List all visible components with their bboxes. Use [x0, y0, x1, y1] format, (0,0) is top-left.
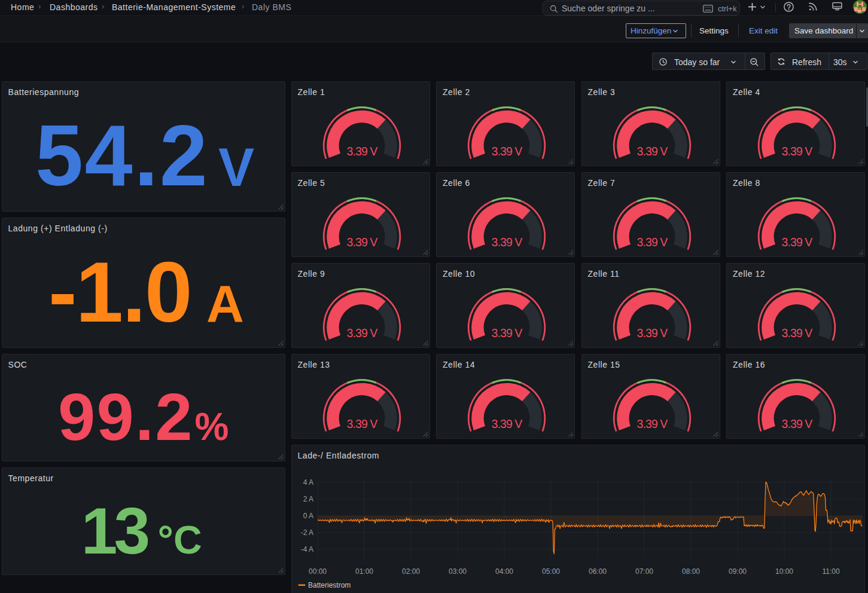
svg-text:Batteriestrom: Batteriestrom — [308, 581, 351, 589]
svg-text:-4 A: -4 A — [300, 545, 313, 553]
svg-text:3.39 V: 3.39 V — [346, 326, 377, 339]
svg-text:3.39 V: 3.39 V — [782, 235, 813, 248]
svg-text:11:00: 11:00 — [822, 567, 839, 575]
svg-text:3.39 V: 3.39 V — [782, 144, 813, 157]
svg-text:3.39 V: 3.39 V — [636, 144, 668, 157]
svg-text:07:00: 07:00 — [635, 567, 653, 575]
svg-text:10:00: 10:00 — [775, 567, 793, 575]
svg-text:3.39 V: 3.39 V — [636, 326, 668, 339]
svg-text:3.39 V: 3.39 V — [346, 144, 377, 157]
svg-text:3.39 V: 3.39 V — [782, 417, 813, 430]
svg-text:3.39 V: 3.39 V — [346, 235, 377, 248]
svg-text:3.39 V: 3.39 V — [782, 326, 813, 339]
svg-text:-2 A: -2 A — [300, 528, 313, 536]
svg-text:2 A: 2 A — [303, 494, 313, 503]
svg-text:02:00: 02:00 — [401, 567, 419, 575]
svg-text:00:00: 00:00 — [308, 567, 326, 575]
svg-text:03:00: 03:00 — [448, 567, 466, 575]
svg-text:09:00: 09:00 — [728, 567, 746, 575]
svg-text:0 A: 0 A — [303, 511, 313, 519]
svg-text:3.39 V: 3.39 V — [492, 144, 523, 157]
svg-text:3.39 V: 3.39 V — [636, 417, 668, 430]
svg-text:4 A: 4 A — [303, 478, 313, 486]
svg-text:3.39 V: 3.39 V — [492, 235, 523, 248]
svg-text:3.39 V: 3.39 V — [492, 417, 523, 430]
svg-text:04:00: 04:00 — [495, 567, 513, 575]
svg-text:3.39 V: 3.39 V — [636, 235, 668, 248]
svg-text:01:00: 01:00 — [355, 567, 373, 575]
svg-text:08:00: 08:00 — [681, 567, 699, 575]
svg-text:05:00: 05:00 — [541, 567, 559, 575]
svg-text:3.39 V: 3.39 V — [492, 326, 523, 339]
svg-text:06:00: 06:00 — [588, 567, 606, 575]
svg-text:3.39 V: 3.39 V — [346, 417, 377, 430]
